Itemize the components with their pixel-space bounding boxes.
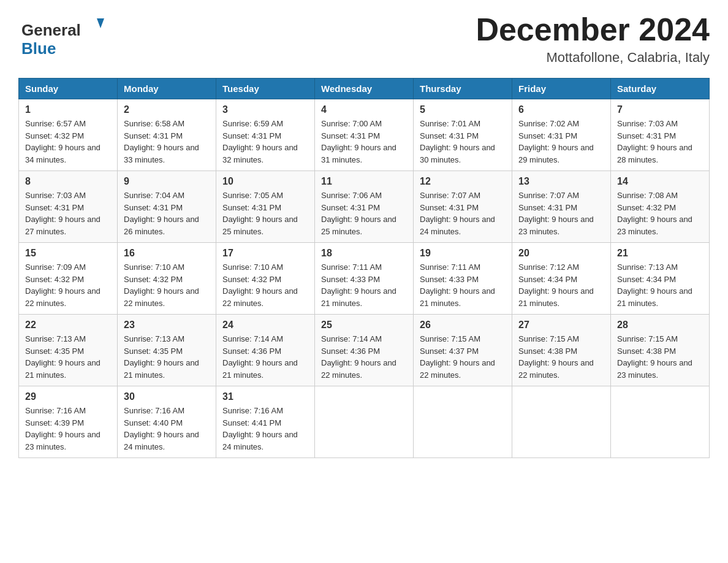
day-number: 28 — [617, 320, 703, 331]
day-number: 1 — [25, 104, 111, 115]
daylight-label: Daylight: 9 hours and 21 minutes. — [124, 358, 199, 380]
daylight-label: Daylight: 9 hours and 27 minutes. — [25, 215, 100, 236]
daylight-label: Daylight: 9 hours and 21 minutes. — [25, 358, 100, 380]
table-row: 7 Sunrise: 7:03 AM Sunset: 4:31 PM Dayli… — [611, 99, 710, 171]
sunset-label: Sunset: 4:31 PM — [420, 131, 479, 140]
daylight-label: Daylight: 9 hours and 22 minutes. — [518, 358, 594, 380]
day-number: 20 — [518, 248, 604, 259]
day-number: 13 — [518, 176, 604, 187]
sunrise-label: Sunrise: 7:12 AM — [518, 262, 579, 272]
table-row: 5 Sunrise: 7:01 AM Sunset: 4:31 PM Dayli… — [414, 99, 512, 171]
sunset-label: Sunset: 4:32 PM — [222, 275, 281, 284]
table-row: 3 Sunrise: 6:59 AM Sunset: 4:31 PM Dayli… — [216, 99, 315, 171]
sunset-label: Sunset: 4:38 PM — [617, 347, 676, 356]
sunrise-label: Sunrise: 7:14 AM — [222, 334, 283, 343]
header-saturday: Saturday — [611, 79, 710, 99]
sunset-label: Sunset: 4:40 PM — [124, 418, 183, 427]
sunrise-label: Sunrise: 7:00 AM — [321, 119, 382, 128]
sunset-label: Sunset: 4:36 PM — [321, 347, 380, 356]
daylight-label: Daylight: 9 hours and 21 minutes. — [222, 358, 298, 380]
sunrise-label: Sunrise: 7:16 AM — [222, 406, 283, 415]
day-info: Sunrise: 7:08 AM Sunset: 4:32 PM Dayligh… — [617, 190, 703, 237]
day-info: Sunrise: 7:16 AM Sunset: 4:39 PM Dayligh… — [25, 405, 111, 453]
day-info: Sunrise: 6:58 AM Sunset: 4:31 PM Dayligh… — [124, 118, 210, 166]
day-info: Sunrise: 7:05 AM Sunset: 4:31 PM Dayligh… — [222, 190, 308, 237]
location-subtitle: Mottafollone, Calabria, Italy — [476, 50, 710, 66]
day-info: Sunrise: 7:11 AM Sunset: 4:33 PM Dayligh… — [420, 261, 506, 309]
day-info: Sunrise: 7:07 AM Sunset: 4:31 PM Dayligh… — [518, 190, 604, 237]
sunrise-label: Sunrise: 7:16 AM — [25, 406, 86, 415]
day-info: Sunrise: 7:11 AM Sunset: 4:33 PM Dayligh… — [321, 261, 407, 309]
calendar-week-row: 8 Sunrise: 7:03 AM Sunset: 4:31 PM Dayli… — [19, 171, 710, 243]
sunset-label: Sunset: 4:31 PM — [420, 203, 479, 212]
day-info: Sunrise: 7:13 AM Sunset: 4:34 PM Dayligh… — [617, 261, 703, 309]
sunrise-label: Sunrise: 7:09 AM — [25, 262, 86, 272]
svg-text:General: General — [21, 21, 81, 39]
day-number: 18 — [321, 248, 407, 259]
sunrise-label: Sunrise: 7:13 AM — [617, 262, 678, 272]
header-tuesday: Tuesday — [216, 79, 315, 99]
sunrise-label: Sunrise: 7:15 AM — [518, 334, 579, 343]
table-row: 1 Sunrise: 6:57 AM Sunset: 4:32 PM Dayli… — [19, 99, 118, 171]
sunset-label: Sunset: 4:33 PM — [321, 275, 380, 284]
sunset-label: Sunset: 4:32 PM — [617, 203, 676, 212]
sunrise-label: Sunrise: 7:14 AM — [321, 334, 382, 343]
sunset-label: Sunset: 4:31 PM — [222, 203, 281, 212]
sunset-label: Sunset: 4:33 PM — [420, 275, 479, 284]
sunset-label: Sunset: 4:31 PM — [518, 131, 577, 140]
daylight-label: Daylight: 9 hours and 24 minutes. — [124, 430, 199, 451]
table-row: 24 Sunrise: 7:14 AM Sunset: 4:36 PM Dayl… — [216, 315, 315, 386]
day-info: Sunrise: 7:07 AM Sunset: 4:31 PM Dayligh… — [420, 190, 506, 237]
day-info: Sunrise: 7:03 AM Sunset: 4:31 PM Dayligh… — [617, 118, 703, 166]
day-number: 4 — [321, 104, 407, 115]
day-number: 24 — [222, 320, 308, 331]
sunset-label: Sunset: 4:38 PM — [518, 347, 577, 356]
daylight-label: Daylight: 9 hours and 21 minutes. — [321, 286, 396, 308]
table-row: 11 Sunrise: 7:06 AM Sunset: 4:31 PM Dayl… — [315, 171, 414, 243]
sunset-label: Sunset: 4:31 PM — [617, 131, 676, 140]
daylight-label: Daylight: 9 hours and 24 minutes. — [222, 430, 298, 451]
table-row — [611, 386, 710, 458]
sunrise-label: Sunrise: 7:07 AM — [420, 191, 480, 200]
day-number: 29 — [25, 391, 111, 402]
logo: General Blue — [18, 12, 104, 58]
day-number: 21 — [617, 248, 703, 259]
logo-svg: General Blue — [18, 12, 104, 58]
table-row — [315, 386, 414, 458]
daylight-label: Daylight: 9 hours and 21 minutes. — [420, 286, 495, 308]
day-number: 15 — [25, 248, 111, 259]
sunrise-label: Sunrise: 7:16 AM — [124, 406, 184, 415]
day-number: 16 — [124, 248, 210, 259]
svg-text:Blue: Blue — [21, 39, 56, 58]
day-info: Sunrise: 7:14 AM Sunset: 4:36 PM Dayligh… — [321, 333, 407, 381]
day-info: Sunrise: 7:00 AM Sunset: 4:31 PM Dayligh… — [321, 118, 407, 166]
day-number: 7 — [617, 104, 703, 115]
sunset-label: Sunset: 4:34 PM — [617, 275, 676, 284]
table-row: 21 Sunrise: 7:13 AM Sunset: 4:34 PM Dayl… — [611, 243, 710, 315]
day-info: Sunrise: 7:16 AM Sunset: 4:41 PM Dayligh… — [222, 405, 308, 453]
sunset-label: Sunset: 4:31 PM — [124, 203, 183, 212]
sunset-label: Sunset: 4:34 PM — [518, 275, 577, 284]
day-number: 2 — [124, 104, 210, 115]
header-friday: Friday — [512, 79, 611, 99]
day-number: 11 — [321, 176, 407, 187]
svg-marker-1 — [97, 18, 104, 28]
day-number: 31 — [222, 391, 308, 402]
table-row — [414, 386, 512, 458]
sunrise-label: Sunrise: 7:03 AM — [617, 119, 678, 128]
day-info: Sunrise: 7:13 AM Sunset: 4:35 PM Dayligh… — [124, 333, 210, 381]
day-info: Sunrise: 7:02 AM Sunset: 4:31 PM Dayligh… — [518, 118, 604, 166]
daylight-label: Daylight: 9 hours and 22 minutes. — [420, 358, 495, 380]
day-info: Sunrise: 7:06 AM Sunset: 4:31 PM Dayligh… — [321, 190, 407, 237]
daylight-label: Daylight: 9 hours and 29 minutes. — [518, 143, 594, 164]
day-info: Sunrise: 7:15 AM Sunset: 4:37 PM Dayligh… — [420, 333, 506, 381]
day-number: 6 — [518, 104, 604, 115]
daylight-label: Daylight: 9 hours and 33 minutes. — [124, 143, 199, 164]
sunrise-label: Sunrise: 7:03 AM — [25, 191, 86, 200]
table-row: 25 Sunrise: 7:14 AM Sunset: 4:36 PM Dayl… — [315, 315, 414, 386]
sunset-label: Sunset: 4:35 PM — [124, 347, 183, 356]
day-number: 27 — [518, 320, 604, 331]
header-thursday: Thursday — [414, 79, 512, 99]
sunrise-label: Sunrise: 7:10 AM — [222, 262, 283, 272]
sunrise-label: Sunrise: 7:15 AM — [617, 334, 678, 343]
